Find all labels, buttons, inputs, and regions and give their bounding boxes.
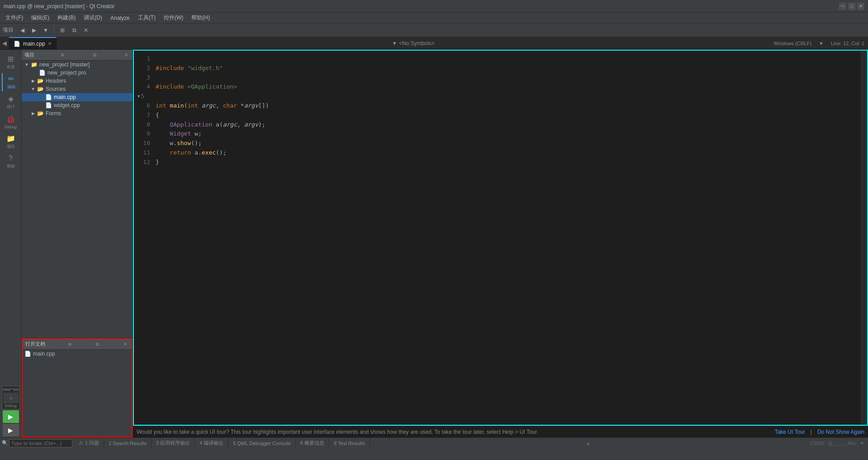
tree-root-icon: 📁: [31, 61, 38, 68]
debug-run-button[interactable]: ▶: [3, 424, 19, 437]
sidebar-edit-button[interactable]: ✏ 编辑: [2, 73, 20, 91]
project-icon: 📁: [6, 134, 15, 143]
tree-root[interactable]: ▼ 📁 new_project [master]: [22, 61, 133, 69]
code-area[interactable]: #include "widget.h" #include <QApplicati…: [152, 51, 861, 425]
line-num-12: 12: [138, 158, 150, 167]
toolbar-grid-button[interactable]: ⊞: [57, 25, 67, 35]
thumbnail-label: new""ect: [3, 387, 19, 392]
tree-item-main-cpp[interactable]: 📄 main.cpp: [22, 93, 133, 101]
maximize-button[interactable]: □: [848, 3, 855, 10]
panel-layout-button[interactable]: ⊞: [91, 52, 98, 59]
status-dropdown[interactable]: ▼: [819, 41, 824, 46]
close-button[interactable]: ✕: [857, 3, 864, 10]
app-output-label: 3 应用程序输出: [156, 440, 190, 446]
project-panel-title: 项目: [24, 52, 34, 58]
toolbar: 项目 ◀ ▶ ▼ ⊞ ⧉ ✕: [0, 23, 868, 37]
locate-input[interactable]: [9, 439, 72, 447]
project-label: 项目: [7, 144, 15, 150]
window-controls: ─ □ ✕: [839, 3, 864, 10]
run-button[interactable]: ▶: [3, 410, 19, 423]
toolbar-split-button[interactable]: ⧉: [69, 25, 79, 35]
line-numbers: 1 2 3 4 ▼5 6 7 8 9 10 11 12: [134, 51, 152, 425]
line-num-2: 2: [138, 64, 150, 73]
bottom-tab-issues[interactable]: ⚠ 1 问题: [74, 438, 104, 448]
take-tour-link[interactable]: Take UI Tour: [775, 429, 805, 435]
line-num-4: 4: [138, 82, 150, 92]
tree-pro-label: new_project.pro: [47, 70, 86, 76]
design-label: 设计: [7, 104, 15, 110]
menu-debug[interactable]: 调试(D): [80, 13, 106, 23]
menu-build[interactable]: 构建(B): [54, 13, 79, 23]
editor-content[interactable]: 1 2 3 4 ▼5 6 7 8 9 10 11 12 #include "wi…: [133, 50, 868, 426]
dont-show-link[interactable]: Do Not Show Again: [817, 429, 864, 435]
menu-bar: 文件(F) 编辑(E) 构建(B) 调试(D) Analyze 工具(T) 控件…: [0, 13, 868, 23]
editor-area: 1 2 3 4 ▼5 6 7 8 9 10 11 12 #include "wi…: [133, 50, 868, 437]
menu-help[interactable]: 帮助(H): [188, 13, 213, 23]
menu-tools[interactable]: 工具(T): [134, 13, 159, 23]
bottom-tab-qml-console[interactable]: 5 QML Debugger Console: [228, 438, 295, 448]
test-results-label: 8 Test Results: [334, 441, 365, 446]
arrow-icon: ▲: [586, 440, 591, 446]
tree-item-sources[interactable]: ▼ 📂 Sources: [22, 85, 133, 93]
issues-icon: ⚠: [79, 440, 83, 446]
tab-prev-button[interactable]: ◀: [0, 37, 9, 49]
toolbar-back-button[interactable]: ◀: [17, 25, 27, 35]
bottom-tabs-arrow[interactable]: ▲: [583, 438, 594, 448]
line-num-6: 6: [138, 101, 150, 111]
menu-edit[interactable]: 编辑(E): [28, 13, 53, 23]
sidebar-project-button[interactable]: 📁 项目: [2, 133, 20, 151]
help-label: 帮助: [7, 164, 15, 169]
tab-bar: ◀ 📄 main.cpp ✕ ▼ <No Symbols> Windows (C…: [0, 37, 868, 50]
menu-controls[interactable]: 控件(W): [160, 13, 187, 23]
minimize-button[interactable]: ─: [839, 3, 846, 10]
open-docs-expand-button[interactable]: ⊕: [66, 341, 73, 348]
tree-item-widget-cpp[interactable]: 📄 widget.cpp: [22, 101, 133, 109]
design-icon: ◈: [8, 94, 14, 103]
tree-forms-label: Forms: [46, 110, 61, 117]
tree-item-forms[interactable]: ▶ 📂 Forms: [22, 109, 133, 117]
project-panel-header: 项目 ⊕ ⊞ ✕: [22, 50, 133, 61]
toolbar-close-tab-button[interactable]: ✕: [81, 25, 91, 35]
toolbar-dropdown-button[interactable]: ▼: [41, 25, 51, 35]
menu-analyze[interactable]: Analyze: [107, 14, 133, 22]
status-position: Line: 12, Col: 1: [831, 41, 864, 46]
open-docs-title: 打开文档: [25, 341, 45, 347]
bottom-tab-general-info[interactable]: 6 概要信息: [296, 438, 329, 448]
tab-label: main.cpp: [23, 41, 45, 47]
bottom-tab-compile-output[interactable]: 4 编译输出: [195, 438, 228, 448]
line-num-9: 9: [138, 129, 150, 139]
tree-forms-arrow: ▶: [30, 111, 36, 116]
tab-main-cpp[interactable]: 📄 main.cpp ✕: [9, 37, 57, 49]
open-docs-layout-button[interactable]: ⊞: [94, 341, 101, 348]
toolbar-forward-button[interactable]: ▶: [29, 25, 39, 35]
locate-bar: 🔍: [0, 438, 74, 448]
sidebar-design-button[interactable]: ◈ 设计: [2, 93, 20, 111]
bottom-tab-test-results[interactable]: 8 Test Results: [329, 438, 370, 448]
general-info-label: 6 概要信息: [300, 440, 324, 446]
open-docs-close-button[interactable]: ✕: [122, 341, 129, 348]
panel-close-button[interactable]: ✕: [123, 52, 130, 59]
bottom-tab-app-output[interactable]: 3 应用程序输出: [152, 438, 195, 448]
line-num-10: 10: [138, 139, 150, 148]
sidebar-debug-button[interactable]: 🐞 Debug: [2, 113, 20, 131]
sidebar-help-button[interactable]: ? 帮助: [2, 153, 20, 171]
tree-headers-arrow: ▶: [30, 79, 36, 83]
line-num-5: ▼5: [138, 92, 150, 101]
tree-item-headers[interactable]: ▶ 📂 Headers: [22, 77, 133, 85]
tree-main-cpp-icon: 📄: [45, 94, 52, 100]
open-doc-item-main-cpp[interactable]: 📄 main.cpp: [23, 350, 132, 358]
project-panel: 项目 ⊕ ⊞ ✕ ▼ 📁 new_project [master] 📄 new_…: [22, 50, 133, 437]
tour-text: Would you like to take a quick UI tour? …: [137, 429, 773, 435]
line-num-8: 8: [138, 120, 150, 130]
editor-scrollbar[interactable]: [861, 51, 867, 425]
tab-close-button[interactable]: ✕: [48, 41, 52, 46]
tree-item-pro[interactable]: 📄 new_project.pro: [22, 69, 133, 77]
tour-bar: Would you like to take a quick UI tour? …: [133, 426, 868, 437]
sidebar-welcome-button[interactable]: ⊞ 欢迎: [2, 53, 20, 71]
panel-expand-button[interactable]: ⊕: [59, 52, 66, 59]
tab-symbols-dropdown[interactable]: ▼: [392, 40, 397, 47]
menu-file[interactable]: 文件(F): [2, 13, 27, 23]
bottom-tab-search-results[interactable]: 2 Search Results: [104, 438, 152, 448]
edit-label: 编辑: [7, 84, 15, 90]
tree-main-cpp-label: main.cpp: [54, 94, 76, 100]
